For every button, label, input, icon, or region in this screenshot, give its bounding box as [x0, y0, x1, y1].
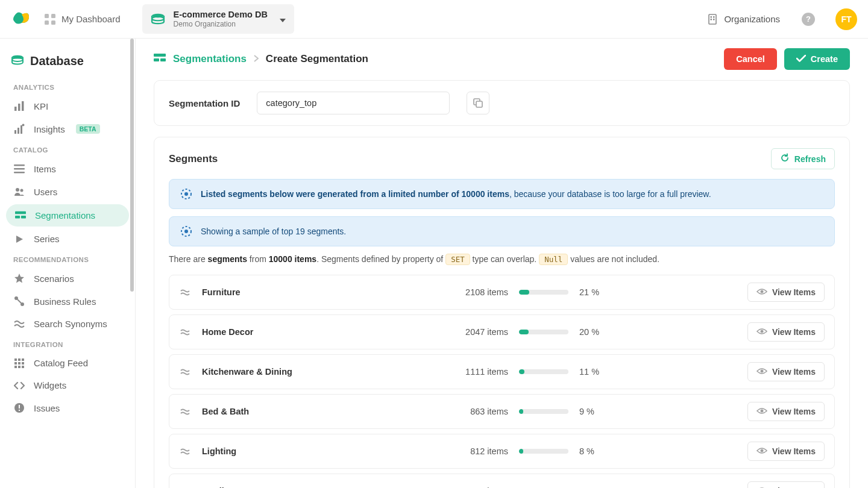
star-icon: [13, 273, 25, 284]
segmentation-id-input[interactable]: [257, 92, 450, 114]
sidebar-item-users[interactable]: Users: [0, 180, 135, 203]
sidebar-item-catalog-feed[interactable]: Catalog Feed: [0, 352, 135, 374]
svg-rect-8: [713, 16, 715, 18]
view-items-button[interactable]: View Items: [747, 322, 825, 342]
sidebar-item-label: Widgets: [34, 380, 66, 390]
svg-rect-1: [51, 14, 55, 18]
grid-icon: [13, 358, 25, 368]
sidebar-item-issues[interactable]: Issues: [0, 396, 135, 419]
svg-rect-2: [45, 20, 49, 25]
sidebar-item-series[interactable]: Series: [0, 228, 135, 250]
info-banner-sample: Showing a sample of top 19 segments.: [169, 216, 835, 246]
eye-icon: [756, 407, 767, 416]
view-items-button[interactable]: View Items: [747, 402, 825, 421]
sidebar-item-segmentations[interactable]: Segmentations: [6, 204, 129, 227]
svg-rect-0: [45, 14, 49, 18]
svg-rect-38: [22, 366, 24, 368]
segment-count: 2108 items: [436, 287, 508, 297]
bar-chart-icon: [13, 101, 25, 111]
segments-title: Segments: [169, 153, 218, 165]
sidebar-item-business-rules[interactable]: Business Rules: [0, 290, 135, 313]
breadcrumb-bar: Segmentations Create Segmentation Cancel…: [136, 39, 868, 80]
segment-count: 1111 items: [436, 367, 508, 377]
svg-rect-22: [14, 172, 25, 174]
view-items-button[interactable]: View Items: [747, 481, 825, 488]
segment-row: Textiles441 items4 %View Items: [169, 474, 835, 488]
segment-row: Home Decor2047 items20 %View Items: [169, 314, 835, 349]
main: Segmentations Create Segmentation Cancel…: [136, 39, 868, 488]
svg-point-5: [152, 16, 164, 20]
list-icon: [13, 163, 25, 174]
refresh-icon: [780, 153, 790, 164]
set-chip: SET: [445, 254, 470, 265]
svg-point-23: [16, 188, 19, 192]
breadcrumb-current: Create Segmentation: [266, 53, 368, 65]
eye-icon: [756, 327, 767, 337]
building-icon: [707, 14, 718, 25]
help-button[interactable]: ?: [802, 13, 815, 26]
sidebar-item-label: Scenarios: [34, 274, 74, 284]
svg-point-24: [20, 189, 24, 192]
eye-icon: [756, 287, 767, 297]
svg-point-52: [760, 330, 763, 333]
database-switcher[interactable]: E-commerce Demo DB Demo Organization: [142, 4, 294, 34]
segmentation-id-panel: Segmentation ID: [154, 80, 850, 126]
segment-percent: 9 %: [579, 407, 615, 416]
user-avatar[interactable]: FT: [835, 8, 857, 30]
approx-icon: [179, 408, 191, 415]
svg-rect-27: [21, 216, 26, 219]
flow-icon: [13, 296, 25, 307]
alert-icon: [13, 402, 25, 413]
null-chip: Null: [539, 254, 568, 265]
view-items-button[interactable]: View Items: [747, 283, 825, 302]
organizations-link[interactable]: Organizations: [707, 14, 780, 25]
svg-rect-18: [20, 125, 22, 134]
segmentations-icon: [154, 54, 166, 65]
segment-bar: [519, 330, 568, 334]
svg-rect-14: [18, 104, 20, 111]
approx-icon: [179, 448, 191, 455]
breadcrumb-parent[interactable]: Segmentations: [173, 53, 247, 65]
svg-point-55: [760, 449, 763, 452]
svg-rect-20: [14, 164, 25, 166]
my-dashboard-link[interactable]: My Dashboard: [45, 14, 121, 25]
sidebar-title: Database: [0, 49, 135, 78]
view-items-button[interactable]: View Items: [747, 442, 825, 461]
sidebar-scrollbar[interactable]: [129, 39, 135, 488]
sidebar-item-search-synonyms[interactable]: Search Synonyms: [0, 313, 135, 335]
sidebar-item-label: Insights: [34, 124, 65, 134]
segment-bar: [519, 409, 568, 414]
refresh-button[interactable]: Refresh: [771, 148, 835, 169]
database-icon: [149, 11, 166, 28]
svg-point-51: [760, 290, 763, 293]
svg-rect-41: [19, 410, 20, 411]
sidebar-heading: CATALOG: [0, 140, 135, 157]
sidebar-item-label: Users: [34, 187, 57, 197]
create-button[interactable]: Create: [784, 48, 850, 70]
sidebar-item-label: Series: [34, 234, 60, 244]
dashboard-icon: [45, 14, 55, 25]
sidebar-item-label: Search Synonyms: [34, 319, 107, 329]
view-items-button[interactable]: View Items: [747, 362, 825, 381]
cancel-button[interactable]: Cancel: [724, 48, 777, 70]
chevron-right-icon: [254, 54, 259, 64]
svg-rect-40: [19, 405, 20, 408]
sidebar-item-kpi[interactable]: KPI: [0, 95, 135, 117]
play-icon: [13, 234, 25, 244]
segment-count: 812 items: [436, 446, 508, 456]
sidebar-item-scenarios[interactable]: Scenarios: [0, 267, 135, 290]
app-logo[interactable]: [11, 10, 30, 29]
copy-button[interactable]: [467, 92, 489, 114]
segment-percent: 21 %: [579, 287, 615, 297]
sidebar-heading: INTEGRATION: [0, 335, 135, 352]
info-icon: [180, 225, 192, 237]
segment-percent: 8 %: [579, 446, 615, 456]
sidebar-item-items[interactable]: Items: [0, 157, 135, 180]
sidebar-item-insights[interactable]: InsightsBETA: [0, 117, 135, 140]
approx-icon: [179, 368, 191, 375]
approx-icon: [179, 289, 191, 296]
check-icon: [796, 54, 806, 64]
sidebar-item-widgets[interactable]: Widgets: [0, 374, 135, 396]
svg-rect-43: [154, 58, 159, 61]
svg-rect-16: [14, 130, 16, 134]
